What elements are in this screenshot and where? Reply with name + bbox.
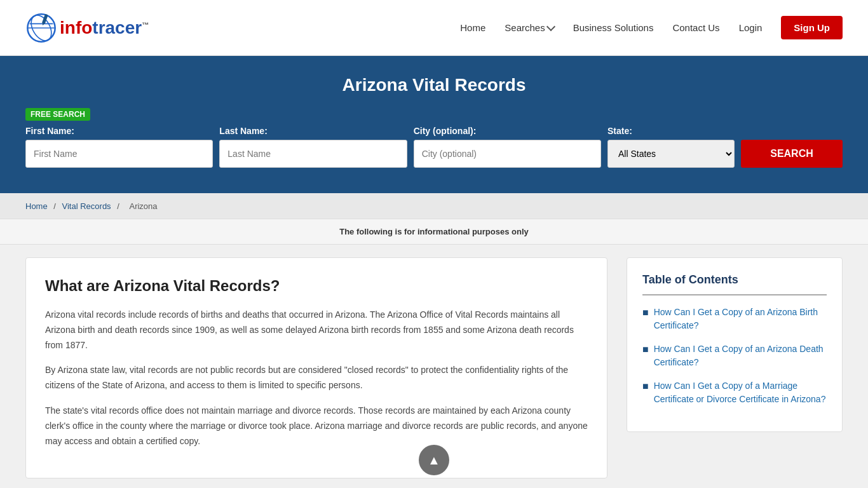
page-title: Arizona Vital Records (25, 75, 843, 95)
sidebar: Table of Contents ■ How Can I Get a Copy… (627, 257, 843, 478)
article-title: What are Arizona Vital Records? (45, 277, 588, 295)
first-name-label: First Name: (25, 126, 213, 136)
breadcrumb-sep-1: / (53, 201, 58, 211)
breadcrumb-current: Arizona (129, 201, 157, 211)
site-header: infotracer™ Home Searches Business Solut… (0, 0, 868, 56)
toc-link-2[interactable]: How Can I Get a Copy of a Marriage Certi… (654, 379, 827, 406)
state-select[interactable]: All StatesAlabamaAlaskaArizonaArkansasCa… (607, 140, 735, 168)
last-name-input[interactable] (219, 140, 407, 168)
nav-searches[interactable]: Searches (505, 22, 553, 33)
logo-tm: ™ (142, 20, 149, 28)
nav-home[interactable]: Home (460, 22, 485, 33)
logo-info-text: info (60, 18, 92, 37)
toc-list: ■ How Can I Get a Copy of an Arizona Bir… (642, 306, 827, 406)
toc-item: ■ How Can I Get a Copy of an Arizona Dea… (642, 342, 827, 369)
content-para-1: Arizona vital records include records of… (45, 308, 588, 353)
toc-item: ■ How Can I Get a Copy of a Marriage Cer… (642, 379, 827, 406)
scroll-top-button[interactable]: ▲ (419, 445, 449, 475)
hero-section: Arizona Vital Records FREE SEARCH First … (0, 56, 868, 193)
breadcrumb-sep-2: / (117, 201, 121, 211)
breadcrumb-home[interactable]: Home (25, 201, 48, 211)
toc-link-1[interactable]: How Can I Get a Copy of an Arizona Death… (654, 342, 827, 369)
breadcrumb: Home / Vital Records / Arizona (25, 201, 161, 211)
last-name-field: Last Name: (219, 126, 407, 168)
city-label: City (optional): (414, 126, 601, 136)
toc-bullet-icon: ■ (642, 344, 649, 355)
state-field: State: All StatesAlabamaAlaskaArizonaArk… (607, 126, 735, 168)
login-button[interactable]: Login (739, 22, 763, 33)
last-name-label: Last Name: (219, 126, 407, 136)
search-form: First Name: Last Name: City (optional): … (25, 126, 843, 168)
nav-contact-us[interactable]: Contact Us (672, 22, 719, 33)
content-para-3: The state's vital records office does no… (45, 403, 588, 449)
toc-item: ■ How Can I Get a Copy of an Arizona Bir… (642, 306, 827, 332)
toc-link-0[interactable]: How Can I Get a Copy of an Arizona Birth… (654, 306, 827, 332)
search-button[interactable]: SEARCH (741, 140, 843, 168)
breadcrumb-bar: Home / Vital Records / Arizona (0, 193, 868, 219)
breadcrumb-vital-records[interactable]: Vital Records (62, 201, 111, 211)
toc-bullet-icon: ■ (642, 381, 649, 392)
city-input[interactable] (414, 140, 601, 168)
toc-bullet-icon: ■ (642, 307, 649, 318)
logo-tracer-text: tracer (92, 18, 142, 37)
city-field: City (optional): (414, 126, 601, 168)
signup-button[interactable]: Sign Up (781, 16, 843, 39)
main-nav: Home Searches Business Solutions Contact… (460, 16, 843, 39)
table-of-contents: Table of Contents ■ How Can I Get a Copy… (627, 257, 843, 432)
free-search-badge: FREE SEARCH (25, 108, 90, 121)
toc-title: Table of Contents (642, 273, 827, 295)
logo[interactable]: infotracer™ (25, 12, 149, 44)
content-para-2: By Arizona state law, vital records are … (45, 363, 588, 393)
state-label: State: (607, 126, 735, 136)
first-name-input[interactable] (25, 140, 213, 168)
logo-icon (25, 12, 57, 44)
first-name-field: First Name: (25, 126, 213, 168)
article: What are Arizona Vital Records? Arizona … (25, 257, 607, 478)
nav-business-solutions[interactable]: Business Solutions (573, 22, 654, 33)
info-bar: The following is for informational purpo… (0, 219, 868, 245)
searches-chevron-icon (546, 22, 555, 30)
nav-searches-link[interactable]: Searches (505, 22, 545, 33)
